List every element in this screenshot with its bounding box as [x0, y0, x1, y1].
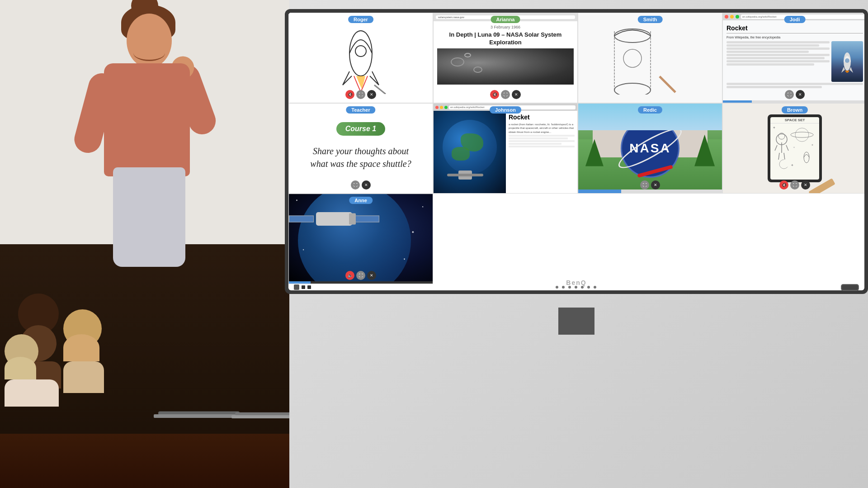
smith-sketch [587, 22, 678, 95]
jodi-controls: ⛶ ✕ [785, 90, 805, 99]
brown-controls: 🔇 ⛶ ✕ [779, 180, 810, 190]
roger-close-btn[interactable]: ✕ [367, 90, 376, 99]
svg-text:✦: ✦ [811, 143, 814, 147]
hubble-panel-right [354, 216, 379, 223]
arianna-article: 3 February 1966 In Depth | Luna 09 – NAS… [434, 21, 577, 88]
svg-point-19 [791, 132, 813, 137]
monitor-left-controls [294, 284, 311, 290]
jodi-close-dot [725, 15, 728, 19]
hubble-panel-left [289, 216, 314, 223]
name-tag-arianna: Arianna [491, 16, 520, 23]
anne-star-1: ✦ [296, 199, 298, 202]
svg-point-18 [795, 128, 809, 142]
anne-star-5: ✦ [403, 257, 406, 261]
roger-expand-btn[interactable]: ⛶ [356, 90, 365, 99]
johnson-satellite [447, 166, 483, 184]
arianna-date: 3 February 1966 [437, 25, 574, 29]
monitor-joystick[interactable] [841, 284, 859, 291]
johnson-body-text: a rocket (from Italian: rocchetto, lit. … [509, 123, 575, 134]
jodi-progress-bg [723, 100, 864, 103]
hubble-body [316, 212, 352, 226]
jodi-rocket-img [831, 41, 863, 82]
brown-close-btn[interactable]: ✕ [801, 180, 810, 190]
students-area [0, 294, 289, 452]
arianna-expand-btn[interactable]: ⛶ [501, 90, 510, 99]
cell-roger: Roger [288, 13, 433, 103]
anne-space-bg: ✦ ✦ ✦ ✦ ✦ [289, 194, 433, 284]
brown-expand-btn[interactable]: ⛶ [790, 180, 799, 190]
anne-mute-btn[interactable]: 🔈 [345, 271, 354, 280]
arianna-close-btn[interactable]: ✕ [512, 90, 521, 99]
svg-point-0 [349, 31, 372, 76]
jodi-expand-btn[interactable]: ⛶ [785, 90, 794, 99]
arianna-moon-image [437, 48, 574, 85]
redic-progress-fill [578, 190, 621, 193]
johnson-max-dot [444, 106, 448, 109]
roger-mute-btn[interactable]: 🔇 [345, 90, 354, 99]
svg-point-20 [804, 152, 809, 163]
svg-line-17 [784, 153, 785, 160]
monitor-dot-7[interactable] [594, 286, 596, 289]
monitor-button-1[interactable] [302, 285, 305, 289]
jodi-max-dot [736, 15, 739, 19]
monitor-dot-1[interactable] [556, 286, 558, 289]
svg-line-8 [660, 76, 675, 92]
question-text: Share your thoughts about what was the s… [298, 140, 424, 175]
brown-tablet: SPACE SET [768, 114, 822, 182]
hubble-aperture [349, 213, 356, 225]
smith-content [578, 13, 722, 103]
name-tag-roger: Roger [348, 16, 373, 23]
arianna-title: In Depth | Luna 09 – NASA Solar System E… [437, 31, 574, 47]
rocket-drawing-svg [334, 22, 388, 94]
anne-star-4: ✦ [302, 248, 304, 251]
anne-expand-btn[interactable]: ⛶ [356, 271, 365, 280]
cell-brown: Brown SPACE SET [722, 103, 864, 194]
jodi-line-9 [726, 83, 863, 85]
table [0, 434, 289, 488]
jodi-progress-fill [723, 100, 752, 103]
laptop-keyboard-2 [231, 415, 289, 418]
brown-mute-btn[interactable]: 🔇 [779, 180, 788, 190]
svg-line-16 [778, 153, 779, 160]
arianna-mute-btn[interactable]: 🔇 [490, 90, 499, 99]
brown-tablet-area: SPACE SET [768, 114, 822, 182]
jodi-line-5 [726, 54, 830, 56]
teacher-slide-content: Course 1 Share your thoughts about what … [289, 104, 433, 193]
j-line-5 [509, 146, 575, 147]
teacher-close-btn[interactable]: ✕ [362, 180, 371, 190]
teacher-expand-btn[interactable]: ⛶ [351, 180, 360, 190]
redic-close-btn[interactable]: ✕ [651, 180, 660, 190]
course-label: Course 1 [336, 122, 385, 136]
jodi-text-col [726, 41, 830, 82]
svg-line-14 [775, 145, 777, 151]
monitor-bottom-bar: BenQ [294, 283, 859, 292]
svg-point-1 [355, 46, 366, 57]
j-line-2 [509, 137, 568, 139]
monitor-dot-2[interactable] [562, 286, 565, 289]
svg-point-26 [782, 159, 790, 167]
satellite-panel [447, 174, 483, 176]
redic-expand-btn[interactable]: ⛶ [640, 180, 649, 190]
jodi-line-1 [726, 41, 830, 43]
svg-text:✦: ✦ [793, 146, 795, 149]
brown-content: SPACE SET [723, 104, 864, 193]
jodi-wiki-body [726, 41, 863, 82]
cell-redic: Redic NASA [578, 103, 722, 194]
anne-star-2: ✦ [422, 205, 424, 208]
jodi-image-col [831, 41, 863, 82]
anne-close-btn[interactable]: ✕ [367, 271, 376, 280]
teacher-pants [113, 167, 185, 267]
brown-tablet-screen: SPACE SET [770, 117, 819, 180]
johnson-continent-2 [452, 147, 470, 161]
svg-point-6 [614, 83, 651, 95]
name-tag-jodi: Jodi [784, 16, 806, 23]
svg-line-15 [786, 145, 788, 151]
monitor-button-2[interactable] [307, 285, 311, 289]
monitor-dot-6[interactable] [587, 286, 590, 289]
jodi-close-btn[interactable]: ✕ [796, 90, 805, 99]
jodi-line-8 [726, 63, 814, 66]
j-line-1 [509, 135, 575, 137]
brown-space-set-label: SPACE SET [770, 117, 819, 123]
brown-space-doodles: ✦ ✦ ✦ ✦ [770, 123, 819, 173]
johnson-close-dot [435, 106, 439, 109]
